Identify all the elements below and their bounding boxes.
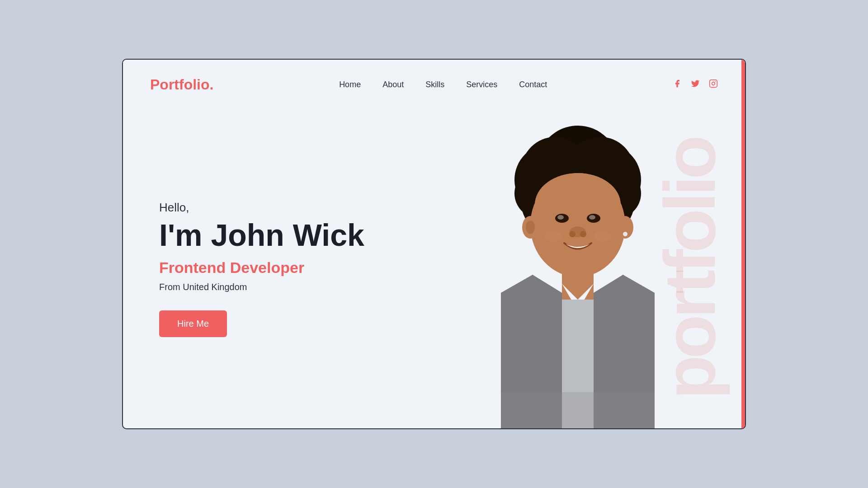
nav-link-skills[interactable]: Skills bbox=[425, 80, 444, 89]
svg-point-20 bbox=[594, 231, 612, 242]
name-heading: I'm John Wick bbox=[159, 218, 364, 252]
nav-item-home[interactable]: Home bbox=[339, 80, 361, 89]
svg-point-23 bbox=[526, 221, 535, 234]
svg-point-17 bbox=[569, 231, 576, 237]
svg-point-19 bbox=[544, 231, 562, 242]
svg-point-24 bbox=[623, 232, 627, 236]
location-text: From United Kingdom bbox=[159, 282, 364, 292]
svg-point-18 bbox=[580, 231, 586, 237]
facebook-icon[interactable] bbox=[673, 79, 682, 90]
person-illustration bbox=[447, 121, 709, 428]
nav-link-contact[interactable]: Contact bbox=[519, 80, 547, 89]
social-icons bbox=[673, 79, 718, 90]
svg-point-14 bbox=[557, 215, 564, 220]
svg-rect-26 bbox=[501, 392, 655, 428]
nav-item-services[interactable]: Services bbox=[466, 80, 497, 89]
svg-rect-0 bbox=[710, 80, 717, 87]
browser-window: Portfolio. Home About Skills Services Co… bbox=[122, 59, 746, 429]
nav-item-contact[interactable]: Contact bbox=[519, 80, 547, 89]
logo[interactable]: Portfolio. bbox=[150, 76, 213, 93]
main-content: portfolio Hello, I'm John Wick Frontend … bbox=[123, 109, 745, 428]
accent-sidebar bbox=[741, 60, 745, 428]
person-svg bbox=[465, 121, 691, 428]
nav-link-services[interactable]: Services bbox=[466, 80, 497, 89]
nav-item-skills[interactable]: Skills bbox=[425, 80, 444, 89]
hire-me-button[interactable]: Hire Me bbox=[159, 310, 227, 337]
twitter-icon[interactable] bbox=[691, 79, 700, 90]
nav-item-about[interactable]: About bbox=[382, 80, 404, 89]
nav-links: Home About Skills Services Contact bbox=[339, 80, 547, 89]
nav-link-about[interactable]: About bbox=[382, 80, 404, 89]
hero-text: Hello, I'm John Wick Frontend Developer … bbox=[123, 201, 364, 338]
instagram-icon[interactable] bbox=[709, 79, 718, 90]
nav-link-home[interactable]: Home bbox=[339, 80, 361, 89]
svg-point-15 bbox=[589, 215, 595, 220]
greeting-text: Hello, bbox=[159, 201, 364, 215]
navbar: Portfolio. Home About Skills Services Co… bbox=[123, 60, 745, 109]
role-heading: Frontend Developer bbox=[159, 259, 364, 277]
